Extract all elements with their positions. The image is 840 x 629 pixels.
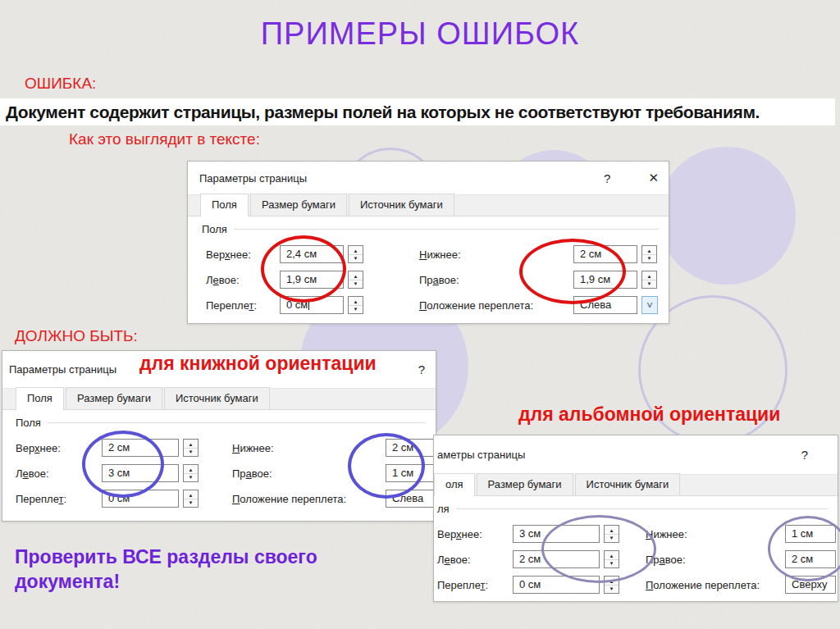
spinner-buttons[interactable]: ▲▼: [348, 271, 363, 289]
field-label: Переплет:: [437, 579, 513, 591]
dialog-tab[interactable]: Поля: [16, 387, 64, 410]
portrait-orientation-note: для книжной ориентации: [139, 353, 377, 375]
correct-circle-annotation: [348, 433, 425, 499]
field-label: Нижнее:: [646, 528, 785, 540]
chevron-down-icon[interactable]: ˅: [641, 296, 658, 314]
correct-circle-annotation: [768, 516, 840, 581]
spinner-buttons[interactable]: ▲▼: [183, 490, 199, 508]
dialog-tabstrip: ПоляРазмер бумагиИсточник бумаги: [188, 194, 669, 217]
dialog-tab[interactable]: Источник бумаги: [349, 194, 454, 216]
group-divider: [48, 422, 426, 423]
how-it-looks-label: Как это выглядит в тексте:: [69, 130, 260, 148]
spin-down-icon[interactable]: ▼: [184, 449, 198, 455]
page-setup-dialog-landscape: аметры страницы ? оляРазмер бумагиИсточн…: [433, 435, 838, 602]
spin-up-icon[interactable]: ▲: [349, 299, 363, 306]
field-label: Переплет:: [206, 299, 280, 312]
dialog-tab[interactable]: Поля: [200, 194, 249, 217]
error-circle-annotation: [519, 239, 626, 304]
spin-down-icon[interactable]: ▼: [642, 255, 656, 262]
field-label: Переплет:: [16, 493, 102, 505]
lavender-filled-circle: [658, 147, 796, 285]
dialog-tab[interactable]: Источник бумаги: [575, 473, 681, 495]
spin-up-icon[interactable]: ▲: [349, 273, 363, 280]
dialog-title: Параметры страницы: [199, 172, 604, 185]
dialog-tab[interactable]: Источник бумаги: [164, 387, 270, 409]
group-divider: [456, 508, 828, 509]
spin-down-icon[interactable]: ▼: [605, 586, 619, 592]
field-label: Верхнее:: [437, 528, 513, 540]
spin-up-icon[interactable]: ▲: [642, 273, 656, 280]
error-circle-annotation: [261, 235, 346, 303]
error-description-text: Документ содержит страницы, размеры поле…: [0, 103, 760, 122]
fields-group-header: Поля: [188, 223, 669, 235]
dialog-tab[interactable]: Размер бумаги: [66, 387, 162, 409]
group-label: ля: [437, 503, 450, 515]
dialog-titlebar: аметры страницы ?: [434, 435, 838, 474]
dialog-tab[interactable]: оля: [434, 473, 475, 496]
fields-group-header: ля: [434, 503, 838, 515]
field-label: Правое:: [646, 554, 785, 566]
help-icon[interactable]: ?: [801, 448, 808, 462]
spinner-buttons[interactable]: ▲▼: [183, 464, 199, 482]
dialog-tab[interactable]: Размер бумаги: [477, 473, 573, 495]
correct-circle-annotation: [82, 431, 164, 498]
group-label: Поля: [16, 417, 41, 429]
help-icon[interactable]: ?: [604, 171, 610, 185]
spinner-buttons[interactable]: ▲▼: [348, 245, 363, 263]
spinner-buttons[interactable]: ▲▼: [348, 296, 363, 314]
dialog-tab[interactable]: Размер бумаги: [250, 194, 347, 216]
field-label: Левое:: [437, 554, 513, 566]
page-title: ПРИМЕРЫ ОШИБОК: [0, 16, 840, 52]
spin-up-icon[interactable]: ▲: [642, 248, 656, 255]
spin-down-icon[interactable]: ▼: [349, 255, 363, 262]
spinner-buttons[interactable]: ▲▼: [183, 439, 199, 457]
error-label: ОШИБКА:: [25, 75, 96, 93]
spin-down-icon[interactable]: ▼: [349, 280, 363, 287]
error-description-strip: Документ содержит страницы, размеры поле…: [0, 98, 835, 125]
spinner-buttons[interactable]: ▲▼: [641, 245, 657, 263]
close-icon[interactable]: ✕: [648, 171, 659, 185]
spin-down-icon[interactable]: ▼: [642, 280, 656, 287]
spin-down-icon[interactable]: ▼: [184, 499, 198, 506]
slide: ПРИМЕРЫ ОШИБОК ОШИБКА: Документ содержит…: [0, 0, 840, 629]
spinner-buttons[interactable]: ▲▼: [641, 271, 657, 289]
spin-up-icon[interactable]: ▲: [184, 492, 198, 499]
dialog-tabstrip: ПоляРазмер бумагиИсточник бумаги: [2, 388, 436, 410]
dialog-title: аметры страницы: [437, 449, 801, 461]
field-label: Положение переплета:: [646, 579, 785, 591]
should-be-label: ДОЛЖНО БЫТЬ:: [15, 327, 138, 345]
fields-group-header: Поля: [2, 417, 436, 429]
check-note-line: документа!: [15, 569, 317, 594]
correct-circle-annotation: [541, 515, 656, 583]
help-icon[interactable]: ?: [418, 362, 425, 376]
spin-down-icon[interactable]: ▼: [184, 474, 198, 481]
group-divider: [234, 229, 659, 230]
check-all-sections-note: Проверить ВСЕ разделы своего документа!: [15, 545, 317, 595]
spin-up-icon[interactable]: ▲: [349, 248, 363, 255]
spin-down-icon[interactable]: ▼: [349, 306, 363, 312]
dialog-tabstrip: оляРазмер бумагиИсточник бумаги: [434, 474, 838, 496]
spin-up-icon[interactable]: ▲: [184, 441, 198, 449]
check-note-line: Проверить ВСЕ разделы своего: [15, 545, 317, 569]
dialog-titlebar: Параметры страницы ? ✕: [188, 162, 669, 194]
spin-up-icon[interactable]: ▲: [184, 467, 198, 474]
group-label: Поля: [202, 223, 227, 235]
field-label: Положение переплета:: [232, 493, 386, 505]
landscape-orientation-note: для альбомной ориентации: [518, 403, 780, 426]
